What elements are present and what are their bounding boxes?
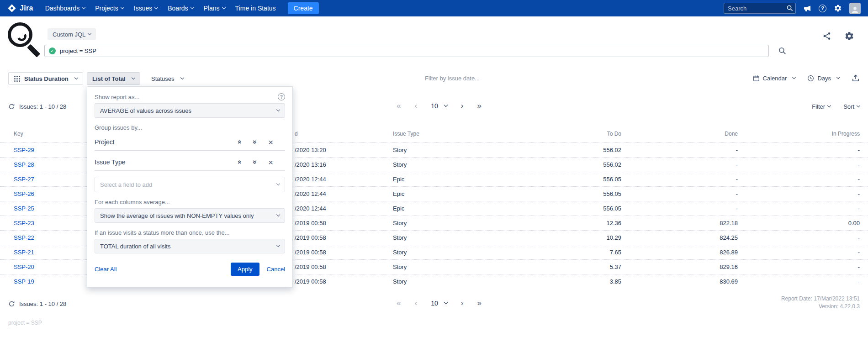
page-size-select[interactable]: 10 bbox=[431, 300, 447, 307]
in-progress-value: - bbox=[738, 190, 868, 197]
to-do-value: 5.37 bbox=[503, 263, 621, 270]
to-do-value: 556.05 bbox=[503, 176, 621, 183]
refresh-icon[interactable] bbox=[8, 300, 15, 307]
page-size-value: 10 bbox=[431, 102, 438, 110]
issue-type-cell: Story bbox=[393, 147, 503, 153]
issue-key-link[interactable]: SSP-19 bbox=[14, 278, 34, 285]
report-actions bbox=[822, 31, 854, 41]
prev-page-button[interactable]: ‹ bbox=[415, 299, 418, 307]
to-do-value: 7.65 bbox=[503, 249, 621, 256]
refresh-icon[interactable] bbox=[8, 103, 15, 110]
search-icon[interactable] bbox=[786, 5, 793, 11]
view-type-button[interactable]: Status Duration bbox=[8, 72, 83, 85]
issue-key-link[interactable]: SSP-20 bbox=[14, 263, 34, 270]
help-icon[interactable] bbox=[278, 93, 285, 100]
group-field-controls bbox=[238, 158, 285, 167]
pagination-top: « ‹ 10 › » bbox=[397, 102, 482, 110]
page-size-select[interactable]: 10 bbox=[431, 102, 447, 110]
jql-mode-button[interactable]: Custom JQL bbox=[48, 28, 96, 40]
report-as-select[interactable]: AVERAGE of values across issues bbox=[95, 103, 285, 118]
last-page-button[interactable]: » bbox=[477, 102, 481, 110]
done-value: - bbox=[621, 205, 738, 212]
search-input[interactable] bbox=[724, 3, 796, 14]
jira-logo[interactable]: Jira bbox=[7, 4, 33, 13]
chevron-down-icon bbox=[180, 76, 184, 79]
create-button[interactable]: Create bbox=[288, 2, 319, 14]
top-navbar: Jira Dashboards Projects Issues Boards P… bbox=[0, 0, 868, 16]
done-value: - bbox=[621, 161, 738, 168]
last-page-button[interactable]: » bbox=[477, 299, 481, 307]
sort-button[interactable]: Sort bbox=[843, 103, 860, 110]
prev-page-button[interactable]: ‹ bbox=[415, 102, 418, 110]
jira-logo-icon bbox=[7, 4, 16, 13]
in-progress-value: - bbox=[738, 176, 868, 183]
nav-item-issues[interactable]: Issues bbox=[134, 5, 158, 12]
grid-icon bbox=[14, 75, 21, 82]
gear-icon[interactable] bbox=[844, 31, 854, 41]
report-type-button[interactable]: List of Total bbox=[87, 72, 140, 85]
move-top-icon[interactable] bbox=[237, 160, 244, 164]
first-page-button[interactable]: « bbox=[397, 102, 401, 110]
issue-date-filter[interactable]: Filter by issue date... bbox=[425, 75, 480, 82]
nav-item-dashboards[interactable]: Dashboards bbox=[45, 5, 85, 12]
revisit-select[interactable]: TOTAL duration of all visits bbox=[95, 239, 285, 253]
in-progress-value: - bbox=[738, 205, 868, 212]
next-page-button[interactable]: › bbox=[461, 299, 464, 307]
gear-icon[interactable] bbox=[834, 4, 842, 12]
jql-input[interactable]: project = SSP bbox=[44, 45, 769, 57]
issue-key-link[interactable]: SSP-25 bbox=[14, 205, 34, 212]
nav-item-boards[interactable]: Boards bbox=[168, 5, 193, 12]
remove-field-icon[interactable] bbox=[268, 138, 273, 147]
issue-created-cell: /2019 00:58 bbox=[295, 263, 393, 270]
jql-search-icon[interactable] bbox=[778, 47, 786, 55]
show-report-as-label: Show report as... bbox=[95, 94, 139, 100]
issue-type-cell: Story bbox=[393, 249, 503, 256]
remove-field-icon[interactable] bbox=[268, 158, 273, 167]
report-version: Version: 4.22.0.3 bbox=[781, 303, 860, 311]
issue-created-cell: /2019 00:58 bbox=[295, 220, 393, 226]
report-info: Report Date: 17/Mar/2022 13:51 Version: … bbox=[781, 295, 860, 311]
clear-all-link[interactable]: Clear All bbox=[95, 266, 116, 273]
help-icon[interactable] bbox=[819, 5, 826, 12]
nav-item-projects[interactable]: Projects bbox=[95, 5, 124, 12]
issue-key-link[interactable]: SSP-22 bbox=[14, 234, 34, 241]
report-as-value: AVERAGE of values across issues bbox=[100, 107, 191, 114]
nav-item-plans[interactable]: Plans bbox=[204, 5, 225, 12]
in-progress-value: - bbox=[738, 278, 868, 285]
issue-key-link[interactable]: SSP-21 bbox=[14, 249, 34, 256]
calendar-button[interactable]: Calendar bbox=[753, 75, 796, 82]
move-bottom-icon[interactable] bbox=[251, 140, 259, 144]
calendar-label: Calendar bbox=[763, 75, 787, 82]
apply-button[interactable]: Apply bbox=[231, 263, 259, 276]
revisit-value: TOTAL duration of all visits bbox=[100, 243, 170, 250]
cancel-link[interactable]: Cancel bbox=[267, 266, 285, 273]
navbar-right bbox=[724, 3, 861, 14]
issue-key-link[interactable]: SSP-27 bbox=[14, 176, 34, 183]
nav-item-time-in-status[interactable]: Time in Status bbox=[235, 5, 276, 12]
add-field-input[interactable] bbox=[100, 181, 274, 188]
export-icon[interactable] bbox=[852, 74, 860, 82]
chevron-down-icon bbox=[276, 182, 280, 185]
issue-key-link[interactable]: SSP-26 bbox=[14, 190, 34, 197]
column-created: d bbox=[295, 131, 393, 137]
in-progress-value: - bbox=[738, 147, 868, 153]
nav-item-label: Plans bbox=[204, 5, 220, 12]
move-top-icon[interactable] bbox=[237, 140, 244, 144]
share-icon[interactable] bbox=[822, 32, 831, 41]
first-page-button[interactable]: « bbox=[397, 299, 401, 307]
issue-key-link[interactable]: SSP-28 bbox=[14, 161, 34, 168]
move-bottom-icon[interactable] bbox=[251, 160, 259, 164]
issue-key-link[interactable]: SSP-29 bbox=[14, 147, 34, 153]
chevron-down-icon bbox=[121, 5, 124, 9]
to-do-value: 12.36 bbox=[503, 220, 621, 226]
statuses-button[interactable]: Statuses bbox=[148, 72, 186, 85]
time-unit-button[interactable]: Days bbox=[807, 75, 840, 82]
issue-created-cell: /2020 12:44 bbox=[295, 205, 393, 212]
issue-key-link[interactable]: SSP-23 bbox=[14, 220, 34, 226]
average-select[interactable]: Show the average of issues with NON-EMPT… bbox=[95, 208, 285, 223]
app-root: Jira Dashboards Projects Issues Boards P… bbox=[0, 0, 868, 337]
megaphone-icon[interactable] bbox=[803, 4, 811, 12]
next-page-button[interactable]: › bbox=[461, 102, 464, 110]
avatar[interactable] bbox=[849, 3, 861, 14]
filter-button[interactable]: Filter bbox=[812, 103, 831, 110]
